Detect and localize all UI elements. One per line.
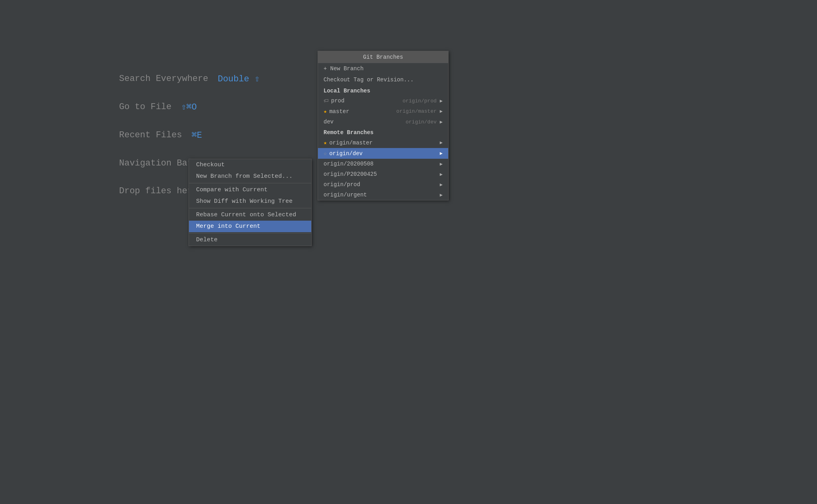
chevron-right-icon: ▶ bbox=[440, 98, 443, 104]
local-branch-master-left: ★ master bbox=[324, 108, 349, 115]
chevron-right-icon: ▶ bbox=[440, 192, 443, 198]
remote-branches-header: Remote Branches bbox=[318, 127, 448, 137]
remote-branch-origin-dev-label: origin/dev bbox=[329, 150, 362, 157]
chevron-right-icon: ▶ bbox=[440, 140, 443, 146]
go-to-file-shortcut: ⇧⌘O bbox=[181, 102, 197, 112]
recent-files-label: Recent Files bbox=[119, 130, 182, 140]
search-everywhere-shortcut: Double ⇧ bbox=[218, 73, 260, 84]
remote-branch-origin-20200508-left: origin/20200508 bbox=[324, 161, 374, 167]
local-branch-dev-remote: origin/dev bbox=[406, 119, 437, 125]
recent-files-hint: Recent Files ⌘E bbox=[119, 130, 260, 140]
remote-branch-origin-master-right: ▶ bbox=[438, 140, 443, 146]
git-branches-panel: Git Branches + New Branch Checkout Tag o… bbox=[318, 51, 449, 200]
chevron-right-icon: ▶ bbox=[440, 108, 443, 114]
context-menu-rebase-current[interactable]: Rebase Current onto Selected bbox=[189, 209, 311, 221]
go-to-file-label: Go to File bbox=[119, 102, 171, 112]
local-branch-prod-left: 🏷 prod bbox=[324, 98, 345, 104]
context-menu-checkout[interactable]: Checkout bbox=[189, 159, 311, 171]
star-outline-icon: ☆ bbox=[324, 150, 327, 157]
remote-branch-origin-urgent-right: ▶ bbox=[438, 192, 443, 198]
context-menu-new-branch-from-selected[interactable]: New Branch from Selected... bbox=[189, 171, 311, 182]
context-menu-delete[interactable]: Delete bbox=[189, 234, 311, 246]
local-branch-master-label: master bbox=[329, 108, 349, 115]
chevron-right-icon: ▶ bbox=[440, 182, 443, 188]
local-branch-dev[interactable]: dev origin/dev ▶ bbox=[318, 117, 448, 127]
navigation-bar-label: Navigation Bar bbox=[119, 158, 193, 168]
remote-branch-origin-dev[interactable]: ☆ origin/dev ▶ bbox=[318, 148, 448, 159]
context-menu-separator-1 bbox=[189, 183, 311, 183]
chevron-right-icon: ▶ bbox=[440, 150, 443, 156]
search-everywhere-hint: Search Everywhere Double ⇧ bbox=[119, 73, 260, 84]
checkout-tag-action[interactable]: Checkout Tag or Revision... bbox=[318, 74, 448, 85]
star-icon: ★ bbox=[324, 139, 327, 146]
context-menu-compare-with-current[interactable]: Compare with Current bbox=[189, 184, 311, 196]
remote-branch-origin-prod-right: ▶ bbox=[438, 182, 443, 188]
local-branches-header: Local Branches bbox=[318, 85, 448, 96]
remote-branch-origin-dev-right: ▶ bbox=[438, 150, 443, 156]
remote-branch-origin-prod-label: origin/prod bbox=[324, 181, 360, 188]
recent-files-shortcut: ⌘E bbox=[191, 130, 202, 140]
chevron-right-icon: ▶ bbox=[440, 161, 443, 167]
context-menu-show-diff[interactable]: Show Diff with Working Tree bbox=[189, 196, 311, 207]
panel-title: Git Branches bbox=[318, 51, 448, 63]
local-branch-prod-label: prod bbox=[331, 98, 345, 104]
context-menu-separator-3 bbox=[189, 233, 311, 233]
search-everywhere-label: Search Everywhere bbox=[119, 74, 208, 84]
context-menu: Checkout New Branch from Selected... Com… bbox=[189, 159, 312, 246]
remote-branch-origin-master-label: origin/master bbox=[329, 140, 372, 146]
remote-branch-origin-master-left: ★ origin/master bbox=[324, 139, 373, 146]
local-branch-master-right: origin/master ▶ bbox=[396, 108, 443, 114]
go-to-file-hint: Go to File ⇧⌘O bbox=[119, 102, 260, 112]
remote-branch-origin-prod[interactable]: origin/prod ▶ bbox=[318, 179, 448, 190]
remote-branch-origin-urgent-label: origin/urgent bbox=[324, 192, 367, 198]
remote-branch-origin-P20200425-label: origin/P20200425 bbox=[324, 171, 377, 177]
local-branch-dev-right: origin/dev ▶ bbox=[406, 119, 443, 125]
context-menu-merge-into-current[interactable]: Merge into Current bbox=[189, 221, 311, 232]
remote-branch-origin-dev-left: ☆ origin/dev bbox=[324, 150, 362, 157]
local-branch-dev-label: dev bbox=[324, 119, 333, 125]
remote-branch-origin-20200508-right: ▶ bbox=[438, 161, 443, 167]
remote-branch-origin-master[interactable]: ★ origin/master ▶ bbox=[318, 137, 448, 148]
remote-branch-origin-urgent[interactable]: origin/urgent ▶ bbox=[318, 190, 448, 200]
remote-branch-origin-prod-left: origin/prod bbox=[324, 181, 360, 188]
local-branch-prod[interactable]: 🏷 prod origin/prod ▶ bbox=[318, 96, 448, 106]
star-icon: ★ bbox=[324, 108, 327, 115]
remote-branch-origin-P20200425-left: origin/P20200425 bbox=[324, 171, 377, 177]
remote-branch-origin-urgent-left: origin/urgent bbox=[324, 192, 367, 198]
local-branch-prod-right: origin/prod ▶ bbox=[403, 98, 443, 104]
context-menu-separator-2 bbox=[189, 208, 311, 208]
local-branch-prod-remote: origin/prod bbox=[403, 98, 437, 104]
local-branch-master[interactable]: ★ master origin/master ▶ bbox=[318, 106, 448, 117]
chevron-right-icon: ▶ bbox=[440, 171, 443, 177]
remote-branch-origin-20200508-label: origin/20200508 bbox=[324, 161, 374, 167]
local-branch-master-remote: origin/master bbox=[396, 108, 436, 114]
tag-icon: 🏷 bbox=[324, 98, 329, 104]
new-branch-action[interactable]: + New Branch bbox=[318, 63, 448, 74]
remote-branch-origin-20200508[interactable]: origin/20200508 ▶ bbox=[318, 159, 448, 169]
remote-branch-origin-P20200425[interactable]: origin/P20200425 ▶ bbox=[318, 169, 448, 179]
local-branch-dev-left: dev bbox=[324, 119, 333, 125]
remote-branch-origin-P20200425-right: ▶ bbox=[438, 171, 443, 177]
chevron-right-icon: ▶ bbox=[440, 119, 443, 125]
